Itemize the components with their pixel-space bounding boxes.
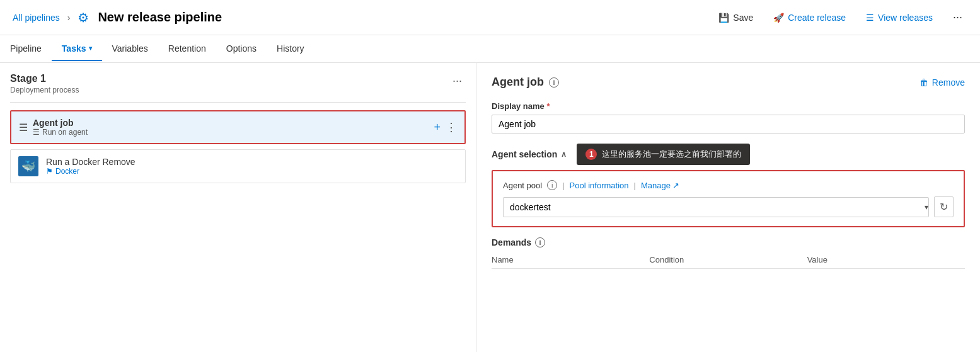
agent-job-icon: ☰ xyxy=(19,122,28,133)
breadcrumb-separator: › xyxy=(67,13,71,23)
demands-col-name: Name xyxy=(492,255,649,264)
agent-job-item[interactable]: ☰ Agent job ☰ Run on agent + ⋮ xyxy=(10,110,466,144)
required-star: * xyxy=(546,101,550,111)
top-bar: All pipelines › ⚙ New release pipeline 💾… xyxy=(0,0,980,35)
agent-job-info-icon[interactable]: i xyxy=(549,77,559,88)
pool-sep-2: | xyxy=(634,181,636,190)
tab-tasks[interactable]: Tasks ▾ xyxy=(52,37,102,61)
right-title-text: Agent job xyxy=(492,76,544,89)
display-name-input[interactable] xyxy=(492,115,965,133)
stage-title: Stage 1 xyxy=(10,73,79,84)
agent-pool-box: Agent pool i | Pool information | Manage… xyxy=(492,170,965,227)
tab-pipeline[interactable]: Pipeline xyxy=(0,37,52,61)
create-release-label: Create release xyxy=(788,13,846,23)
agent-pool-row: Agent pool i | Pool information | Manage… xyxy=(503,180,954,190)
agent-job-subtitle: ☰ Run on agent xyxy=(33,128,88,137)
task-tag: ⚑ Docker xyxy=(46,167,135,176)
demands-label: Demands xyxy=(492,237,531,247)
agent-selection-title: Agent selection ∧ xyxy=(492,149,567,159)
stage-subtitle: Deployment process xyxy=(10,86,79,94)
agent-job-left: ☰ Agent job ☰ Run on agent xyxy=(19,118,88,137)
more-options-button[interactable]: ··· xyxy=(948,8,967,26)
page-title: New release pipeline xyxy=(98,10,222,25)
tooltip-bar: 1 这里的服务池一定要选之前我们部署的 xyxy=(577,144,750,165)
breadcrumb-link[interactable]: All pipelines xyxy=(13,13,60,23)
tasks-chevron-icon: ▾ xyxy=(89,45,92,52)
task-item[interactable]: 🐳 Run a Docker Remove ⚑ Docker xyxy=(10,149,466,183)
remove-button[interactable]: 🗑 Remove xyxy=(919,77,965,88)
manage-link[interactable]: Manage ↗ xyxy=(641,181,680,190)
save-icon: 💾 xyxy=(718,13,729,23)
save-button[interactable]: 💾 Save xyxy=(713,10,758,25)
agent-pool-select-wrapper: dockertest ▾ ↻ xyxy=(503,196,954,217)
remove-label: Remove xyxy=(932,77,965,88)
demands-info-icon[interactable]: i xyxy=(535,237,545,247)
tab-variables[interactable]: Variables xyxy=(102,37,158,61)
create-release-icon: 🚀 xyxy=(773,13,784,23)
view-releases-label: View releases xyxy=(878,13,933,23)
agent-job-dots-button[interactable]: ⋮ xyxy=(446,120,457,134)
docker-task-icon: 🐳 xyxy=(18,156,38,176)
demands-col-value: Value xyxy=(807,255,965,264)
agent-pool-select[interactable]: dockertest xyxy=(503,197,929,217)
right-header: Agent job i 🗑 Remove xyxy=(492,76,965,89)
agent-pool-label: Agent pool xyxy=(503,181,542,190)
agent-job-title: Agent job xyxy=(33,118,88,128)
run-on-agent-icon: ☰ xyxy=(33,128,40,137)
display-name-label: Display name * xyxy=(492,101,965,111)
demands-table-header: Name Condition Value xyxy=(492,255,965,269)
right-panel: Agent job i 🗑 Remove Display name * Agen… xyxy=(476,63,980,352)
pool-information-link[interactable]: Pool information xyxy=(570,181,629,190)
save-label: Save xyxy=(733,13,753,23)
pipeline-icon: ⚙ xyxy=(78,10,89,25)
left-panel: Stage 1 Deployment process ··· ☰ Agent j… xyxy=(0,63,476,352)
tab-history[interactable]: History xyxy=(267,37,314,61)
right-title: Agent job i xyxy=(492,76,559,89)
nav-tabs: Pipeline Tasks ▾ Variables Retention Opt… xyxy=(0,35,980,63)
demands-header: Demands i xyxy=(492,237,965,247)
agent-selection-row: Agent selection ∧ 1 这里的服务池一定要选之前我们部署的 xyxy=(492,144,965,165)
tooltip-text: 这里的服务池一定要选之前我们部署的 xyxy=(602,149,741,160)
tab-retention[interactable]: Retention xyxy=(158,37,216,61)
tab-options[interactable]: Options xyxy=(216,37,267,61)
create-release-button[interactable]: 🚀 Create release xyxy=(768,10,851,25)
task-info: Run a Docker Remove ⚑ Docker xyxy=(46,157,135,176)
agent-job-add-button[interactable]: + xyxy=(434,121,441,134)
pool-sep-1: | xyxy=(562,181,564,190)
stage-info: Stage 1 Deployment process xyxy=(10,73,79,94)
view-releases-icon: ☰ xyxy=(866,13,874,23)
top-bar-right: 💾 Save 🚀 Create release ☰ View releases … xyxy=(713,8,967,26)
agent-pool-info-icon[interactable]: i xyxy=(547,180,557,190)
agent-job-info: Agent job ☰ Run on agent xyxy=(33,118,88,137)
agent-selection-collapse-icon[interactable]: ∧ xyxy=(561,150,567,159)
tab-tasks-label: Tasks xyxy=(62,43,86,54)
agent-job-actions: + ⋮ xyxy=(434,120,457,134)
stage-divider xyxy=(10,102,466,103)
refresh-button[interactable]: ↻ xyxy=(934,196,954,217)
remove-trash-icon: 🗑 xyxy=(919,77,928,88)
stage-header: Stage 1 Deployment process ··· xyxy=(10,73,466,94)
tooltip-badge: 1 xyxy=(585,149,597,160)
demands-col-condition: Condition xyxy=(649,255,807,264)
stage-more-button[interactable]: ··· xyxy=(449,73,466,89)
view-releases-button[interactable]: ☰ View releases xyxy=(861,10,938,25)
main-content: Stage 1 Deployment process ··· ☰ Agent j… xyxy=(0,63,980,352)
task-name: Run a Docker Remove xyxy=(46,157,135,167)
flag-icon: ⚑ xyxy=(46,167,53,176)
top-bar-left: All pipelines › ⚙ New release pipeline xyxy=(13,10,222,25)
